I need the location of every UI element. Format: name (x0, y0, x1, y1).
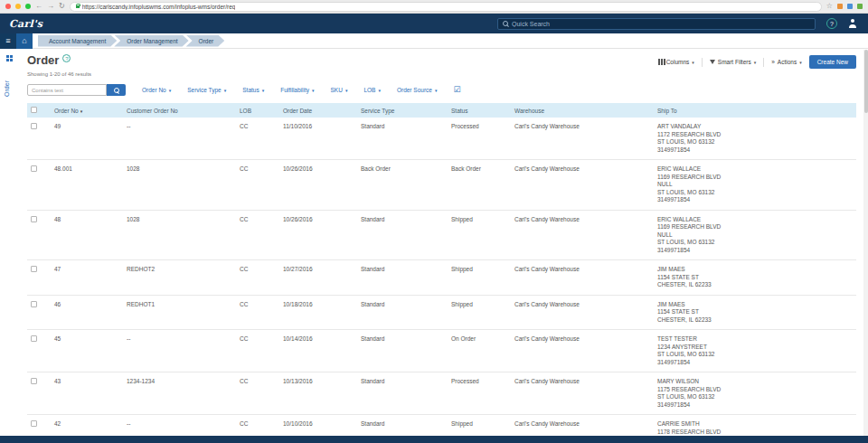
filter-order-source[interactable]: Order Source ▾ (397, 87, 438, 93)
table-row[interactable]: 42 -- CC 10/10/2016 Standard Shipped Car… (27, 415, 856, 437)
row-checkbox[interactable] (31, 335, 37, 342)
cell-select (27, 160, 51, 211)
double-chevron-icon: » (771, 59, 775, 65)
export-checkbox-icon[interactable]: ☑ (453, 86, 460, 94)
cell-order-date: 10/14/2016 (279, 330, 357, 372)
select-all-checkbox[interactable] (31, 107, 37, 113)
cell-warehouse: Carl's Candy Warehouse (511, 260, 654, 296)
cell-customer-order-no: 1234-1234 (123, 372, 236, 415)
cell-warehouse: Carl's Candy Warehouse (511, 415, 654, 437)
filter-service-type[interactable]: Service Type ▾ (187, 87, 226, 93)
window-zoom-icon[interactable] (25, 4, 31, 9)
col-header-warehouse[interactable]: Warehouse (511, 103, 654, 118)
help-icon[interactable]: ? (826, 18, 837, 29)
browser-chrome: ← → ↻ https://carlscandy.infopluswms.com… (0, 0, 868, 14)
search-button[interactable] (107, 84, 126, 96)
actions-label: Actions (778, 59, 797, 65)
filter-lob[interactable]: LOB ▾ (363, 87, 381, 93)
col-label: Order No (54, 108, 79, 114)
table-row[interactable]: 47 REDHOT2 CC 10/27/2016 Standard Shippe… (27, 260, 856, 296)
home-icon[interactable]: ⌂ (16, 33, 33, 49)
col-header-order-no[interactable]: Order No▾ (51, 103, 123, 118)
cell-status: Shipped (448, 260, 511, 296)
filter-fulfillability[interactable]: Fulfillability ▾ (280, 87, 314, 93)
cell-service-type: Standard (357, 415, 448, 437)
col-header-service-type[interactable]: Service Type (357, 103, 448, 118)
cell-status: Shipped (448, 415, 511, 437)
col-header-lob[interactable]: LOB (236, 103, 279, 118)
contains-text-input[interactable] (27, 84, 107, 96)
row-checkbox[interactable] (31, 301, 37, 307)
create-new-button[interactable]: Create New (809, 55, 856, 69)
table-row[interactable]: 49 -- CC 11/10/2016 Standard Processed C… (27, 118, 856, 160)
reload-icon[interactable]: ↻ (59, 3, 65, 10)
cell-customer-order-no: REDHOT1 (123, 295, 236, 330)
row-checkbox[interactable] (31, 123, 37, 129)
forward-icon[interactable]: → (47, 3, 54, 10)
col-header-order-date[interactable]: Order Date (279, 103, 357, 118)
extension-icon[interactable] (847, 4, 853, 9)
window-minimize-icon[interactable] (15, 4, 21, 9)
user-icon[interactable] (847, 19, 857, 28)
chevron-down-icon: ▾ (799, 60, 802, 65)
col-header-customer-order-no[interactable]: Customer Order No (123, 103, 236, 118)
row-checkbox[interactable] (31, 420, 37, 427)
cell-order-date: 10/27/2016 (279, 260, 357, 296)
address-bar[interactable]: https://carlscandy.infopluswms.com/infop… (70, 2, 822, 12)
cell-order-no: 48.001 (51, 160, 123, 211)
row-checkbox[interactable] (31, 165, 37, 172)
smart-filters-button[interactable]: Smart Filters ▾ (710, 59, 756, 65)
table-row[interactable]: 48.001 1028 CC 10/26/2016 Back Order Bac… (27, 160, 856, 211)
bookmark-star-icon[interactable]: ☆ (826, 3, 833, 10)
rail-tab-order[interactable]: Order (4, 80, 10, 97)
cell-order-no: 48 (51, 210, 123, 260)
quick-search-input[interactable] (512, 21, 810, 27)
filter-status[interactable]: Status ▾ (242, 87, 264, 93)
extension-icon[interactable] (857, 4, 863, 9)
row-checkbox[interactable] (31, 266, 37, 272)
cell-service-type: Standard (357, 260, 448, 296)
cell-warehouse: Carl's Candy Warehouse (511, 210, 654, 260)
left-rail: Order (0, 50, 20, 436)
scrollbar[interactable] (863, 50, 868, 436)
row-checkbox[interactable] (31, 378, 37, 384)
actions-button[interactable]: » Actions ▾ (771, 59, 801, 65)
row-checkbox[interactable] (31, 216, 37, 222)
cell-ship-to: MARY WILSON 1175 RESEARCH BLVD ST LOUIS,… (654, 372, 856, 415)
col-header-ship-to[interactable]: Ship To (654, 103, 856, 118)
breadcrumb-bar: ≡ ⌂ Account Management Order Management … (0, 33, 868, 49)
breadcrumb-item-order-management[interactable]: Order Management (114, 35, 188, 47)
col-header-select[interactable] (27, 103, 51, 118)
quick-search[interactable] (497, 18, 816, 30)
filter-order-no[interactable]: Order No ▾ (142, 87, 171, 93)
cell-select (27, 210, 51, 260)
cell-service-type: Standard (357, 210, 448, 260)
table-row[interactable]: 48 1028 CC 10/26/2016 Standard Shipped C… (27, 210, 856, 260)
search-icon (114, 88, 119, 93)
main-content: Order ? Columns ▾ Smart Filters ▾ » Acti… (20, 50, 863, 436)
sort-caret-icon: ▾ (80, 108, 83, 114)
breadcrumb-item-order[interactable]: Order (186, 35, 225, 47)
app-header: Carl's ? (0, 14, 868, 33)
columns-button[interactable]: Columns ▾ (658, 59, 694, 65)
cell-order-date: 10/13/2016 (279, 372, 357, 415)
scrollbar-thumb[interactable] (864, 50, 868, 113)
col-header-status[interactable]: Status (448, 103, 511, 118)
grid-icon[interactable] (6, 55, 9, 58)
window-close-icon[interactable] (5, 4, 11, 9)
info-icon[interactable]: ? (62, 54, 71, 62)
page-title: Order (27, 53, 59, 67)
cell-customer-order-no: 1028 (123, 160, 236, 211)
cell-select (27, 415, 51, 437)
menu-icon[interactable]: ≡ (0, 33, 16, 49)
back-icon[interactable]: ← (35, 3, 42, 10)
breadcrumb-item-account-management[interactable]: Account Management (38, 35, 117, 47)
table-row[interactable]: 43 1234-1234 CC 10/13/2016 Standard Proc… (27, 372, 856, 415)
table-row[interactable]: 45 -- CC 10/14/2016 Standard On Order Ca… (27, 330, 856, 372)
cell-order-date: 10/18/2016 (279, 295, 357, 330)
filter-sku[interactable]: SKU ▾ (331, 87, 348, 93)
extension-icon[interactable] (837, 4, 843, 9)
carls-logo[interactable]: Carl's (9, 18, 42, 30)
cell-lob: CC (236, 295, 279, 330)
table-row[interactable]: 46 REDHOT1 CC 10/18/2016 Standard Shippe… (27, 295, 856, 330)
